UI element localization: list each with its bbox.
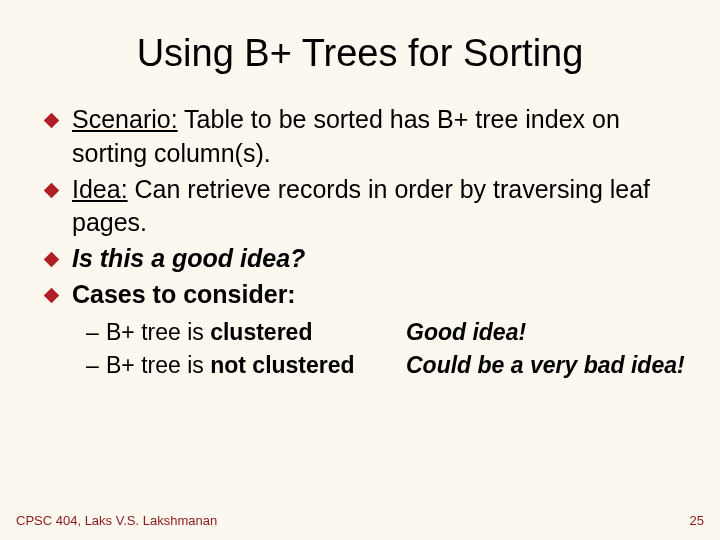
bullet-icon bbox=[44, 182, 60, 198]
sub-item: – B+ tree is not clustered Could be a ve… bbox=[86, 349, 692, 382]
slide-title: Using B+ Trees for Sorting bbox=[28, 32, 692, 75]
bullet-text: Idea: Can retrieve records in order by t… bbox=[72, 175, 650, 237]
bullet-list: Scenario: Table to be sorted has B+ tree… bbox=[28, 103, 692, 312]
sub-item: – B+ tree is clustered Good idea! bbox=[86, 316, 692, 349]
sub-left-pre: B+ tree is bbox=[106, 352, 210, 378]
sub-left: B+ tree is not clustered bbox=[106, 349, 406, 382]
bullet-icon bbox=[44, 287, 60, 303]
bullet-text: Is this a good idea? bbox=[72, 244, 305, 272]
bullet-item: Idea: Can retrieve records in order by t… bbox=[46, 173, 692, 241]
bullet-icon bbox=[44, 113, 60, 129]
dash-icon: – bbox=[86, 349, 106, 382]
sub-right: Could be a very bad idea! bbox=[406, 349, 692, 382]
bullet-item: Is this a good idea? bbox=[46, 242, 692, 276]
footer-left: CPSC 404, Laks V.S. Lakshmanan bbox=[16, 513, 217, 528]
bullet-prefix: Idea: bbox=[72, 175, 128, 203]
sub-left-em: not clustered bbox=[210, 352, 354, 378]
bullet-item: Cases to consider: bbox=[46, 278, 692, 312]
dash-icon: – bbox=[86, 316, 106, 349]
sub-right: Good idea! bbox=[406, 316, 692, 349]
bullet-text: Cases to consider: bbox=[72, 280, 296, 308]
bullet-icon bbox=[44, 252, 60, 268]
bullet-item: Scenario: Table to be sorted has B+ tree… bbox=[46, 103, 692, 171]
bullet-body: Can retrieve records in order by travers… bbox=[72, 175, 650, 237]
sub-left-em: clustered bbox=[210, 319, 312, 345]
sub-left: B+ tree is clustered bbox=[106, 316, 406, 349]
bullet-prefix: Scenario: bbox=[72, 105, 178, 133]
sub-left-pre: B+ tree is bbox=[106, 319, 210, 345]
sub-list: – B+ tree is clustered Good idea! – B+ t… bbox=[28, 316, 692, 383]
page-number: 25 bbox=[690, 513, 704, 528]
footer: CPSC 404, Laks V.S. Lakshmanan 25 bbox=[16, 513, 704, 528]
slide: Using B+ Trees for Sorting Scenario: Tab… bbox=[0, 0, 720, 540]
bullet-text: Scenario: Table to be sorted has B+ tree… bbox=[72, 105, 620, 167]
